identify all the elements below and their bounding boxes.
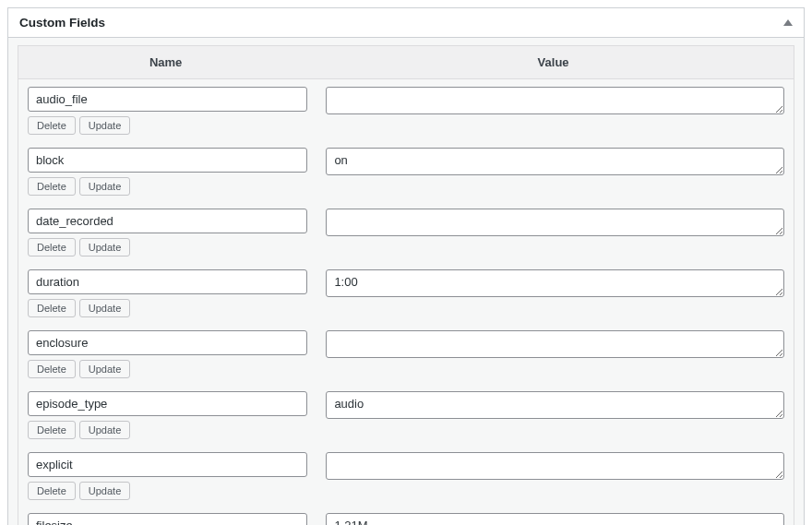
name-column: DeleteUpdate	[28, 391, 307, 445]
field-value-input[interactable]	[326, 209, 784, 236]
field-value-input[interactable]	[326, 391, 784, 419]
action-button-row: DeleteUpdate	[28, 482, 307, 500]
collapse-icon[interactable]	[783, 19, 793, 26]
update-button[interactable]: Update	[79, 421, 130, 439]
delete-button[interactable]: Delete	[28, 238, 76, 257]
value-column	[326, 330, 784, 361]
field-name-input[interactable]	[28, 330, 307, 355]
name-column: DeleteUpdate	[28, 87, 307, 140]
column-header-name: Name	[18, 46, 313, 78]
value-column	[326, 269, 784, 300]
column-header-value: Value	[313, 46, 794, 78]
field-row: DeleteUpdate	[18, 79, 794, 140]
field-value-input[interactable]	[326, 330, 784, 358]
value-column	[326, 148, 784, 178]
name-column: DeleteUpdate	[28, 269, 307, 323]
value-column	[326, 87, 784, 117]
name-column: DeleteUpdate	[28, 148, 307, 201]
update-button[interactable]: Update	[79, 360, 130, 378]
table-header-row: Name Value	[18, 46, 794, 79]
panel-header[interactable]: Custom Fields	[8, 8, 804, 38]
update-button[interactable]: Update	[79, 238, 130, 257]
name-column: DeleteUpdate	[28, 452, 307, 506]
field-row: DeleteUpdate	[18, 201, 794, 262]
panel-title: Custom Fields	[19, 16, 105, 30]
field-value-input[interactable]	[326, 269, 784, 297]
action-button-row: DeleteUpdate	[28, 299, 307, 317]
action-button-row: DeleteUpdate	[28, 238, 307, 257]
name-column: DeleteUpdate	[28, 330, 307, 384]
field-row: DeleteUpdate	[18, 506, 794, 525]
value-column	[326, 452, 784, 483]
action-button-row: DeleteUpdate	[28, 116, 307, 135]
field-name-input[interactable]	[28, 209, 307, 233]
fields-table: Name Value DeleteUpdateDeleteUpdateDelet…	[18, 45, 794, 525]
field-row: DeleteUpdate	[18, 323, 794, 384]
field-row: DeleteUpdate	[18, 384, 794, 445]
action-button-row: DeleteUpdate	[28, 360, 307, 378]
field-name-input[interactable]	[28, 148, 307, 173]
update-button[interactable]: Update	[79, 116, 130, 135]
value-column	[326, 391, 784, 422]
field-value-input[interactable]	[326, 452, 784, 480]
update-button[interactable]: Update	[79, 482, 130, 500]
delete-button[interactable]: Delete	[28, 360, 76, 378]
delete-button[interactable]: Delete	[28, 299, 76, 317]
custom-fields-panel: Custom Fields Name Value DeleteUpdateDel…	[7, 7, 805, 525]
name-column: DeleteUpdate	[28, 513, 307, 525]
field-name-input[interactable]	[28, 513, 307, 525]
update-button[interactable]: Update	[79, 177, 130, 196]
delete-button[interactable]: Delete	[28, 421, 76, 439]
field-value-input[interactable]	[326, 87, 784, 114]
field-value-input[interactable]	[326, 513, 784, 525]
field-name-input[interactable]	[28, 269, 307, 294]
field-row: DeleteUpdate	[18, 262, 794, 323]
field-name-input[interactable]	[28, 87, 307, 112]
value-column	[326, 513, 784, 525]
field-name-input[interactable]	[28, 452, 307, 477]
panel-body: Name Value DeleteUpdateDeleteUpdateDelet…	[8, 38, 804, 525]
delete-button[interactable]: Delete	[28, 177, 76, 196]
name-column: DeleteUpdate	[28, 209, 307, 262]
update-button[interactable]: Update	[79, 299, 130, 317]
value-column	[326, 209, 784, 239]
field-row: DeleteUpdate	[18, 140, 794, 201]
action-button-row: DeleteUpdate	[28, 177, 307, 196]
delete-button[interactable]: Delete	[28, 482, 76, 500]
delete-button[interactable]: Delete	[28, 116, 76, 135]
field-name-input[interactable]	[28, 391, 307, 416]
field-row: DeleteUpdate	[18, 445, 794, 506]
field-value-input[interactable]	[326, 148, 784, 175]
action-button-row: DeleteUpdate	[28, 421, 307, 439]
